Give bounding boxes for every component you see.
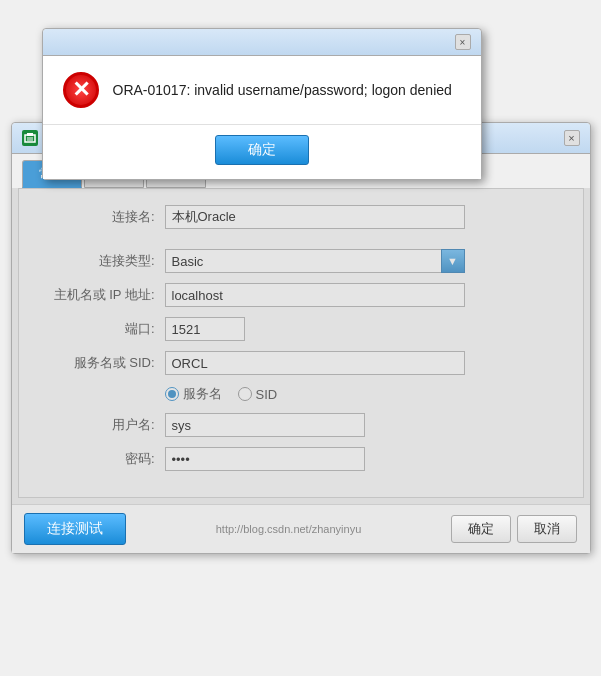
footer: 连接测试 http://blog.csdn.net/zhanyinyu 确定 取… (12, 504, 590, 553)
main-window: 本机Oracle - 编辑连接 × 常规 高级 SSH 连接名: 连接类型: ▼ (11, 122, 591, 554)
dialog-close-button[interactable]: × (455, 34, 471, 50)
dialog-message: ORA-01017: invalid username/password; lo… (113, 82, 452, 98)
connect-test-button[interactable]: 连接测试 (24, 513, 126, 545)
dialog-wrapper: × ✕ ORA-01017: invalid username/password… (42, 28, 482, 180)
footer-right: 确定 取消 (451, 515, 577, 543)
main-content-area: 连接名: 连接类型: ▼ 主机名或 IP 地址: 端口: (12, 188, 590, 504)
watermark: http://blog.csdn.net/zhanyinyu (216, 523, 362, 535)
dialog-footer: 确定 (43, 124, 481, 179)
error-dialog: × ✕ ORA-01017: invalid username/password… (42, 28, 482, 180)
dialog-body: ✕ ORA-01017: invalid username/password; … (43, 56, 481, 124)
ok-button[interactable]: 确定 (451, 515, 511, 543)
dim-overlay (12, 188, 590, 504)
svg-rect-1 (27, 133, 33, 136)
cancel-button[interactable]: 取消 (517, 515, 577, 543)
window-close-button[interactable]: × (564, 130, 580, 146)
dialog-ok-button[interactable]: 确定 (215, 135, 309, 165)
window-icon (22, 130, 38, 146)
dialog-title-bar: × (43, 29, 481, 56)
footer-left: 连接测试 (24, 513, 126, 545)
error-icon: ✕ (63, 72, 99, 108)
